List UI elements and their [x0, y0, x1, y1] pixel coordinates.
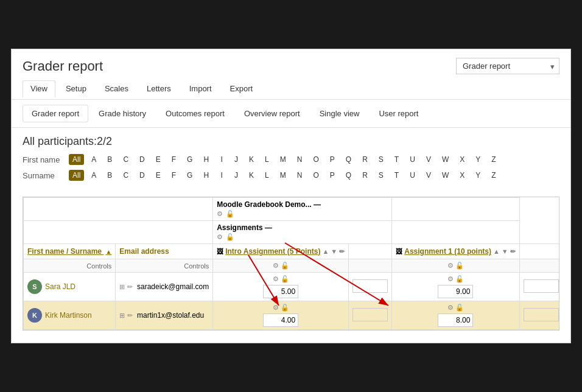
- surname-d[interactable]: D: [136, 170, 149, 181]
- surname-l[interactable]: L: [261, 170, 273, 181]
- assign1-sort-down[interactable]: ▼: [502, 248, 508, 255]
- firstname-t[interactable]: T: [391, 154, 402, 165]
- surname-all-btn[interactable]: All: [69, 170, 84, 181]
- firstname-c[interactable]: C: [119, 154, 132, 165]
- kirk-assign1-lock[interactable]: 🔓: [455, 304, 464, 312]
- firstname-y[interactable]: Y: [472, 154, 484, 165]
- assign1-ctrl-lock[interactable]: 🔓: [455, 262, 464, 270]
- subnav-grade-history[interactable]: Grade history: [89, 105, 155, 122]
- surname-z[interactable]: Z: [488, 170, 499, 181]
- firstname-j[interactable]: J: [231, 154, 242, 165]
- subnav-single-view[interactable]: Single view: [310, 105, 369, 122]
- col-intro-sort[interactable]: Intro Assignment (5 Points): [225, 247, 320, 256]
- kirk-table-icon[interactable]: ⊞: [119, 312, 125, 319]
- surname-w[interactable]: W: [438, 170, 452, 181]
- intro-ctrl-gear[interactable]: ⚙: [273, 262, 279, 270]
- kirk-assign1-gear[interactable]: ⚙: [447, 304, 454, 312]
- sara-name-link[interactable]: Sara JLD: [45, 282, 75, 291]
- surname-c[interactable]: C: [119, 170, 132, 181]
- subnav-outcomes-report[interactable]: Outcomes report: [156, 105, 234, 122]
- surname-x[interactable]: X: [456, 170, 468, 181]
- sara-intro-lock[interactable]: 🔓: [281, 275, 289, 283]
- firstname-x[interactable]: X: [456, 154, 468, 165]
- nav-scales[interactable]: Scales: [97, 80, 136, 97]
- surname-n[interactable]: N: [293, 170, 306, 181]
- assignments-gear-icon[interactable]: ⚙: [217, 233, 223, 241]
- category-gear-icon[interactable]: ⚙: [217, 210, 223, 218]
- intro-sort-down[interactable]: ▼: [331, 248, 337, 255]
- firstname-m[interactable]: M: [276, 154, 290, 165]
- surname-r[interactable]: R: [359, 170, 371, 181]
- firstname-b[interactable]: B: [103, 154, 116, 165]
- nav-export[interactable]: Export: [222, 80, 261, 97]
- surname-v[interactable]: V: [422, 170, 435, 181]
- kirk-pencil-icon[interactable]: ✏: [127, 312, 133, 319]
- surname-k[interactable]: K: [245, 170, 258, 181]
- firstname-o[interactable]: O: [309, 154, 322, 165]
- sara-table-icon[interactable]: ⊞: [119, 283, 125, 290]
- intro-edit-icon[interactable]: ✏: [339, 248, 345, 256]
- report-select[interactable]: Grader report Grade history Outcomes rep…: [456, 58, 559, 74]
- firstname-r[interactable]: R: [359, 154, 371, 165]
- assign1-edit-icon[interactable]: ✏: [510, 248, 516, 256]
- subnav-user-report[interactable]: User report: [370, 105, 427, 122]
- surname-o[interactable]: O: [309, 170, 322, 181]
- firstname-all-btn[interactable]: All: [69, 154, 84, 165]
- firstname-w[interactable]: W: [438, 154, 452, 165]
- firstname-v[interactable]: V: [422, 154, 435, 165]
- assign1-ctrl-gear[interactable]: ⚙: [447, 262, 454, 270]
- surname-q[interactable]: Q: [342, 170, 355, 181]
- firstname-k[interactable]: K: [245, 154, 258, 165]
- report-select-wrapper[interactable]: Grader report Grade history Outcomes rep…: [456, 58, 559, 74]
- sara-assign1-grade-input[interactable]: [438, 285, 473, 298]
- firstname-a[interactable]: A: [88, 154, 100, 165]
- nav-view[interactable]: View: [23, 80, 55, 97]
- firstname-l[interactable]: L: [261, 154, 273, 165]
- surname-g[interactable]: G: [183, 170, 196, 181]
- surname-y[interactable]: Y: [472, 170, 484, 181]
- firstname-p[interactable]: P: [326, 154, 338, 165]
- surname-a[interactable]: A: [88, 170, 100, 181]
- sara-intro-override-input[interactable]: [352, 279, 388, 293]
- surname-h[interactable]: H: [200, 170, 212, 181]
- surname-p[interactable]: P: [326, 170, 338, 181]
- kirk-intro-gear[interactable]: ⚙: [273, 304, 279, 312]
- intro-ctrl-lock[interactable]: 🔓: [281, 262, 289, 270]
- surname-f[interactable]: F: [168, 170, 180, 181]
- surname-t[interactable]: T: [391, 170, 402, 181]
- sara-assign1-gear[interactable]: ⚙: [447, 275, 454, 283]
- firstname-q[interactable]: Q: [342, 154, 355, 165]
- nav-setup[interactable]: Setup: [58, 80, 94, 97]
- sara-intro-grade-input[interactable]: [263, 285, 298, 298]
- sara-intro-gear[interactable]: ⚙: [273, 275, 279, 283]
- nav-import[interactable]: Import: [181, 80, 220, 97]
- assignments-lock-icon[interactable]: 🔓: [226, 233, 234, 241]
- firstname-f[interactable]: F: [168, 154, 180, 165]
- intro-sort-up[interactable]: ▲: [322, 248, 329, 255]
- surname-u[interactable]: U: [406, 170, 419, 181]
- surname-m[interactable]: M: [276, 170, 290, 181]
- firstname-e[interactable]: E: [152, 154, 164, 165]
- subnav-overview-report[interactable]: Overview report: [235, 105, 309, 122]
- firstname-s[interactable]: S: [375, 154, 387, 165]
- kirk-intro-lock[interactable]: 🔓: [281, 304, 289, 312]
- kirk-intro-grade-input[interactable]: [263, 313, 298, 327]
- col-name-sort[interactable]: First name / Surname ▲: [27, 247, 111, 256]
- surname-i[interactable]: I: [216, 170, 227, 181]
- surname-s[interactable]: S: [375, 170, 387, 181]
- firstname-i[interactable]: I: [216, 154, 227, 165]
- assign1-sort-up[interactable]: ▲: [493, 248, 500, 255]
- kirk-assign1-grade-input[interactable]: [438, 313, 473, 327]
- surname-b[interactable]: B: [103, 170, 116, 181]
- sara-assign1-override-input[interactable]: [524, 279, 559, 293]
- surname-e[interactable]: E: [152, 170, 164, 181]
- firstname-g[interactable]: G: [183, 154, 196, 165]
- kirk-name-link[interactable]: Kirk Martinson: [45, 311, 92, 320]
- sara-assign1-lock[interactable]: 🔓: [455, 275, 464, 283]
- firstname-d[interactable]: D: [136, 154, 149, 165]
- firstname-n[interactable]: N: [293, 154, 306, 165]
- firstname-h[interactable]: H: [200, 154, 212, 165]
- kirk-intro-override-input[interactable]: [352, 308, 388, 321]
- firstname-u[interactable]: U: [406, 154, 419, 165]
- nav-letters[interactable]: Letters: [139, 80, 179, 97]
